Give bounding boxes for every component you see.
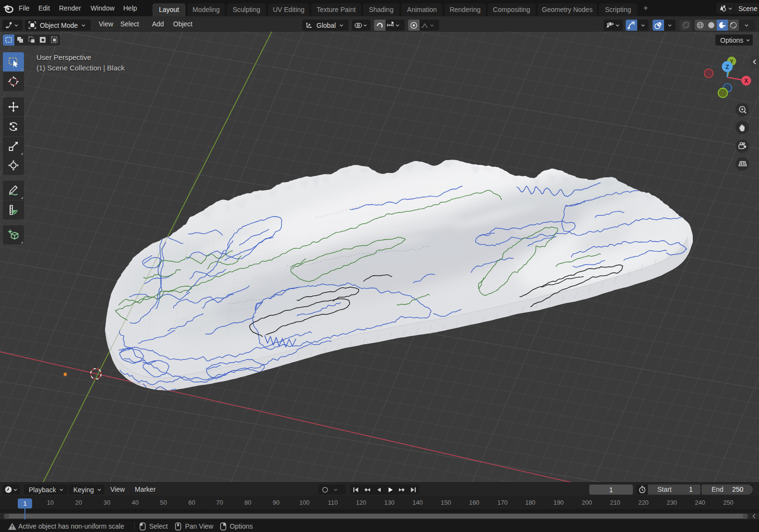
svg-text:Z: Z [725, 64, 729, 70]
svg-text:X: X [744, 78, 748, 84]
